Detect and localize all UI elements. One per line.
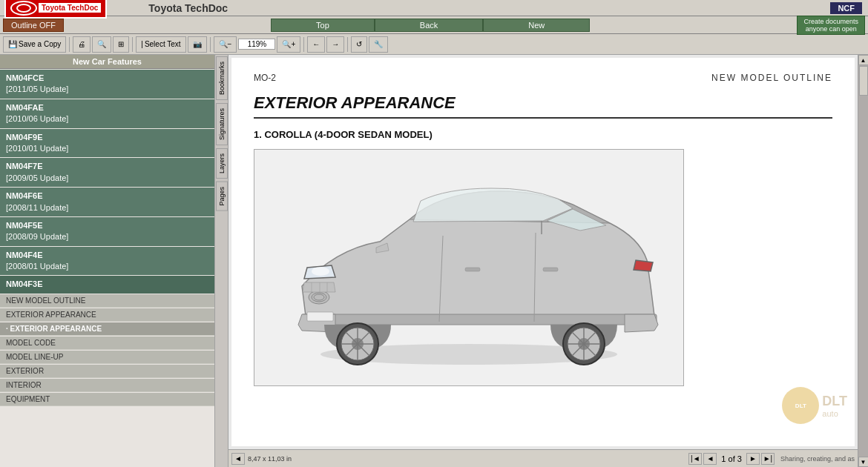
sidebar-item-nm04fce[interactable]: NM04FCE [2011/05 Update]: [0, 70, 214, 99]
doc-header: MO-2 NEW MODEL OUTLINE: [254, 73, 832, 89]
save-copy-button[interactable]: 💾 Save a Copy: [3, 36, 66, 53]
sidebar-subitem-exterior[interactable]: EXTERIOR: [0, 365, 214, 378]
sidebar-subitem-label: EXTERIOR APPEARANCE: [6, 311, 96, 319]
sidebar-item-id: NM04F4E: [6, 250, 208, 261]
sidebar-item-update: [2008/11 Update]: [6, 202, 208, 213]
watermark-main-text: DLT: [822, 394, 847, 409]
signatures-tab[interactable]: Signatures: [216, 103, 228, 145]
sidebar-item-id: NM04FCE: [6, 73, 208, 84]
new-nav-button[interactable]: New: [483, 19, 590, 32]
doc-main-title: EXTERIOR APPEARANCE: [254, 93, 832, 119]
sidebar-item-nm04f7e[interactable]: NM04F7E [2009/05 Update]: [0, 158, 214, 187]
toyota-inner-oval: [16, 4, 31, 13]
print-button[interactable]: 🖨: [73, 36, 91, 53]
sidebar-item-nm04fae[interactable]: NM04FAE [2010/06 Update]: [0, 99, 214, 128]
scroll-down-arrow[interactable]: ▼: [858, 457, 869, 467]
layers-tab[interactable]: Layers: [216, 148, 228, 179]
sidebar-subitem-interior[interactable]: INTERIOR: [0, 379, 214, 392]
status-bar: ◄ 8,47 x 11,03 in |◄ ◄ 1 of 3 ► ►| Shari…: [228, 449, 858, 467]
sidebar-subitem-model-lineup[interactable]: MODEL LINE-UP: [0, 351, 214, 364]
svg-rect-24: [543, 268, 558, 271]
toyota-oval-icon: [10, 1, 37, 16]
sidebar-subitem-label sidebar-item-bold: · EXTERIOR APPEARANCE: [6, 325, 102, 333]
zoom-fit-button[interactable]: ⊞: [113, 36, 129, 53]
car-image-container: [254, 149, 684, 386]
sidebar-item-id: NM04F5E: [6, 220, 208, 231]
document-content: MO-2 NEW MODEL OUTLINE EXTERIOR APPEARAN…: [231, 58, 855, 446]
right-scrollbar[interactable]: ▲ ▼: [858, 55, 868, 467]
sidebar-item-update: [2010/01 Update]: [6, 143, 208, 154]
sidebar-item-id: NM04F6E: [6, 191, 208, 202]
toolbar: 💾 Save a Copy 🖨 🔍 ⊞ | Select Text 📷 🔍− 1…: [0, 34, 868, 55]
rotate-button[interactable]: ↺: [351, 36, 367, 53]
back-nav-button[interactable]: Back: [375, 19, 483, 32]
top-nav-button[interactable]: Top: [271, 19, 375, 32]
page-navigation: |◄ ◄ 1 of 3 ► ►|: [688, 453, 775, 465]
sidebar-item-id: NM04F7E: [6, 161, 208, 172]
zoom-out-button[interactable]: 🔍−: [214, 36, 237, 53]
sidebar-item-nm04f9e[interactable]: NM04F9E [2010/01 Update]: [0, 129, 214, 158]
toolbar-separator-2: [132, 37, 133, 52]
app-title: Toyota TechDoc: [148, 2, 228, 14]
bookmarks-tab[interactable]: Bookmarks: [216, 56, 228, 100]
toyota-logo: Toyota TechDoc: [4, 0, 107, 19]
sidebar-list: NM04FCE [2011/05 Update] NM04FAE [2010/0…: [0, 69, 214, 467]
total-pages: 3: [737, 454, 742, 463]
select-text-label: Select Text: [145, 40, 181, 48]
watermark-sub-text: auto: [822, 409, 847, 418]
sidebar-item-update: [2008/01 Update]: [6, 261, 208, 272]
sidebar-item-update: [2011/05 Update]: [6, 84, 208, 95]
properties-button[interactable]: 🔧: [369, 36, 388, 53]
watermark-text-group: DLT auto: [822, 394, 847, 418]
search-button[interactable]: 🔍: [92, 36, 111, 53]
sidebar-subitem-label: INTERIOR: [6, 381, 42, 389]
cursor-icon: |: [141, 40, 143, 48]
toolbar-separator-4: [303, 37, 304, 52]
doc-subsection: 1. COROLLA (4-DOOR SEDAN MODEL): [254, 129, 832, 140]
page-of-label: of: [729, 454, 735, 463]
scroll-up-arrow[interactable]: ▲: [858, 55, 869, 65]
side-tabs-panel: Bookmarks Signatures Layers Pages: [215, 55, 228, 467]
scroll-thumb[interactable]: [859, 66, 868, 96]
save-icon: 💾: [8, 40, 17, 48]
outline-off-button[interactable]: Outline OFF: [3, 19, 64, 32]
first-page-button[interactable]: |◄: [688, 453, 702, 465]
sidebar-subitem-label: EQUIPMENT: [6, 395, 50, 403]
sidebar-subitem-new-model-outline[interactable]: NEW MODEL OUTLINE: [0, 294, 214, 308]
svg-rect-28: [307, 312, 333, 321]
status-right-text: Sharing, creating, and as: [780, 455, 855, 463]
create-docs-button[interactable]: Create documents anyone can open: [797, 16, 865, 35]
sidebar-subitem-exterior-appearance-1[interactable]: EXTERIOR APPEARANCE: [0, 308, 214, 322]
sidebar-subitem-equipment[interactable]: EQUIPMENT: [0, 393, 214, 406]
page-dimensions: 8,47 x 11,03 in: [248, 455, 292, 463]
toolbar-separator-1: [69, 37, 70, 52]
current-page: 1: [721, 454, 726, 463]
car-illustration: [261, 153, 677, 382]
svg-rect-23: [465, 268, 480, 271]
sidebar-item-nm04f3e[interactable]: NM04F3E: [0, 276, 214, 293]
next-page-button[interactable]: ►: [746, 453, 760, 465]
sidebar-subitem-model-code[interactable]: MODEL CODE: [0, 337, 214, 350]
scroll-left-button[interactable]: ◄: [231, 453, 245, 465]
camera-button[interactable]: 📷: [188, 36, 207, 53]
sidebar-subitem-exterior-appearance-active[interactable]: · EXTERIOR APPEARANCE: [0, 322, 214, 336]
zoom-in-button[interactable]: 🔍+: [277, 36, 300, 53]
top-bar: Toyota TechDoc Toyota TechDoc NCF: [0, 0, 868, 16]
toolbar-separator-5: [347, 37, 348, 52]
pages-tab[interactable]: Pages: [216, 182, 228, 211]
svg-point-4: [312, 267, 329, 276]
last-page-button[interactable]: ►|: [761, 453, 775, 465]
sidebar-item-id: NM04F9E: [6, 132, 208, 143]
select-tool-button[interactable]: | Select Text: [136, 36, 185, 53]
sidebar-item-nm04f4e[interactable]: NM04F4E [2008/01 Update]: [0, 247, 214, 276]
prev-page-button[interactable]: ◄: [703, 453, 717, 465]
scroll-track[interactable]: [858, 65, 869, 457]
sidebar-subitem-label: EXTERIOR: [6, 367, 44, 375]
sidebar-subitem-label: MODEL LINE-UP: [6, 353, 63, 361]
toolbar-separator-3: [210, 37, 211, 52]
sidebar-item-nm04f5e[interactable]: NM04F5E [2008/09 Update]: [0, 217, 214, 246]
next-view-button[interactable]: →: [326, 36, 344, 53]
sidebar-item-nm04f6e[interactable]: NM04F6E [2008/11 Update]: [0, 188, 214, 216]
prev-view-button[interactable]: ←: [307, 36, 325, 53]
watermark: DLT DLT auto: [782, 387, 847, 424]
